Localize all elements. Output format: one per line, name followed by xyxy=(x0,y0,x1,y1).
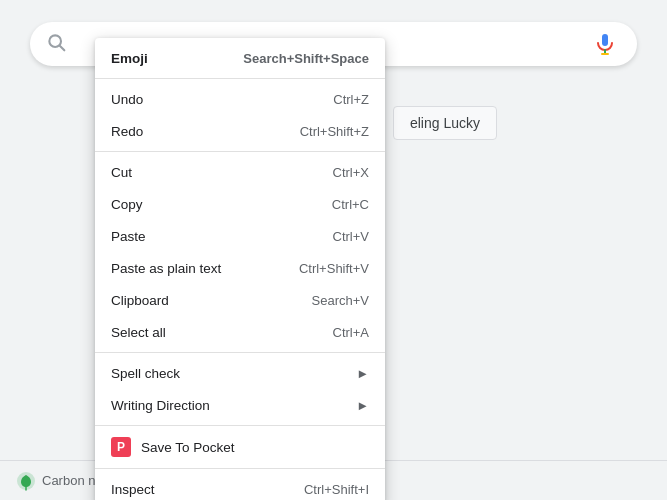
svg-rect-2 xyxy=(602,34,608,46)
menu-item-undo-shortcut: Ctrl+Z xyxy=(333,92,369,107)
menu-item-select-all-shortcut: Ctrl+A xyxy=(333,325,369,340)
chevron-right-icon-writing: ► xyxy=(356,398,369,413)
menu-item-emoji[interactable]: Emoji Search+Shift+Space xyxy=(95,42,385,74)
menu-item-save-to-pocket-label: Save To Pocket xyxy=(141,440,235,455)
leaf-icon xyxy=(16,471,36,491)
menu-item-redo-label: Redo xyxy=(111,124,143,139)
menu-item-select-all-label: Select all xyxy=(111,325,166,340)
page-background: eling Lucky Emoji Search+Shift+Space Und… xyxy=(0,0,667,500)
pocket-icon: P xyxy=(111,437,131,457)
mic-icon[interactable] xyxy=(589,28,621,60)
feeling-lucky-label: eling Lucky xyxy=(410,115,480,131)
save-to-pocket-content: P Save To Pocket xyxy=(111,437,235,457)
menu-item-undo-label: Undo xyxy=(111,92,143,107)
feeling-lucky-area: eling Lucky xyxy=(393,106,497,140)
menu-item-copy-label: Copy xyxy=(111,197,143,212)
menu-item-paste[interactable]: Paste Ctrl+V xyxy=(95,220,385,252)
menu-item-writing-direction-label: Writing Direction xyxy=(111,398,210,413)
menu-item-paste-plain-shortcut: Ctrl+Shift+V xyxy=(299,261,369,276)
search-icon xyxy=(46,32,66,56)
chevron-right-icon-spell: ► xyxy=(356,366,369,381)
divider-after-redo xyxy=(95,151,385,152)
feeling-lucky-button[interactable]: eling Lucky xyxy=(393,106,497,140)
menu-item-save-to-pocket[interactable]: P Save To Pocket xyxy=(95,430,385,464)
menu-item-select-all[interactable]: Select all Ctrl+A xyxy=(95,316,385,348)
divider-after-writing xyxy=(95,425,385,426)
menu-item-paste-label: Paste xyxy=(111,229,146,244)
menu-item-clipboard-label: Clipboard xyxy=(111,293,169,308)
menu-item-cut[interactable]: Cut Ctrl+X xyxy=(95,156,385,188)
menu-item-redo[interactable]: Redo Ctrl+Shift+Z xyxy=(95,115,385,147)
divider-after-emoji xyxy=(95,78,385,79)
menu-item-emoji-label: Emoji xyxy=(111,51,148,66)
menu-item-inspect-shortcut: Ctrl+Shift+I xyxy=(304,482,369,497)
menu-item-copy-shortcut: Ctrl+C xyxy=(332,197,369,212)
menu-item-emoji-shortcut: Search+Shift+Space xyxy=(243,51,369,66)
context-menu: Emoji Search+Shift+Space Undo Ctrl+Z Red… xyxy=(95,38,385,500)
menu-item-writing-direction[interactable]: Writing Direction ► xyxy=(95,389,385,421)
menu-item-inspect-label: Inspect xyxy=(111,482,155,497)
menu-item-clipboard[interactable]: Clipboard Search+V xyxy=(95,284,385,316)
menu-item-redo-shortcut: Ctrl+Shift+Z xyxy=(300,124,369,139)
svg-line-1 xyxy=(60,46,65,51)
menu-item-paste-plain-label: Paste as plain text xyxy=(111,261,221,276)
menu-item-cut-shortcut: Ctrl+X xyxy=(333,165,369,180)
pocket-icon-letter: P xyxy=(117,440,125,454)
menu-item-undo[interactable]: Undo Ctrl+Z xyxy=(95,83,385,115)
divider-after-select-all xyxy=(95,352,385,353)
menu-item-spell-check[interactable]: Spell check ► xyxy=(95,357,385,389)
menu-item-paste-plain[interactable]: Paste as plain text Ctrl+Shift+V xyxy=(95,252,385,284)
divider-after-pocket xyxy=(95,468,385,469)
menu-item-cut-label: Cut xyxy=(111,165,132,180)
menu-item-copy[interactable]: Copy Ctrl+C xyxy=(95,188,385,220)
menu-item-clipboard-shortcut: Search+V xyxy=(312,293,369,308)
menu-item-inspect[interactable]: Inspect Ctrl+Shift+I xyxy=(95,473,385,500)
menu-item-spell-check-label: Spell check xyxy=(111,366,180,381)
menu-item-paste-shortcut: Ctrl+V xyxy=(333,229,369,244)
